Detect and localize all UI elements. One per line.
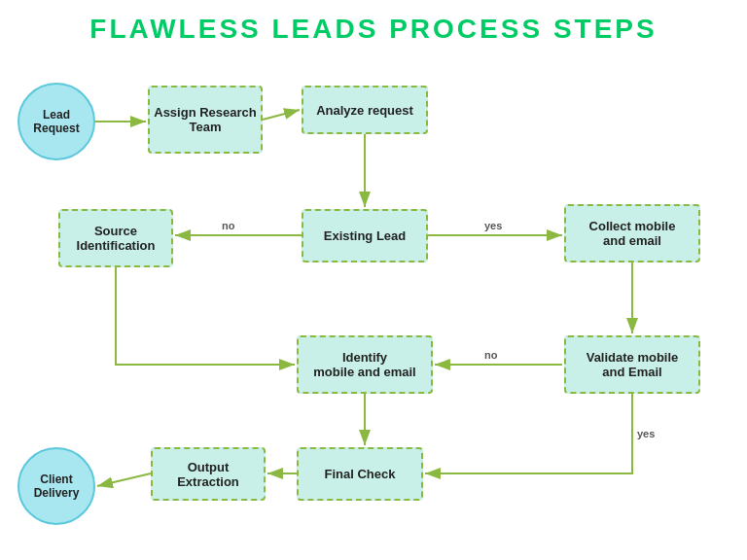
node-validate-mobile: Validate mobile and Email xyxy=(564,335,700,394)
node-analyze-request: Analyze request xyxy=(302,86,428,134)
diagram-container: FLAWLESS LEADS PROCESS STEPS Lead Reques… xyxy=(0,0,747,560)
node-output-extraction: Output Extraction xyxy=(151,447,266,501)
label-no2: no xyxy=(484,349,498,361)
node-collect-email: Collect mobile and email xyxy=(564,204,700,262)
node-client-delivery: Client Delivery xyxy=(18,447,95,525)
arrow-assign-to-analyze xyxy=(263,110,300,120)
label-yes2: yes xyxy=(637,428,655,439)
node-final-check: Final Check xyxy=(297,447,423,501)
node-lead-request: Lead Request xyxy=(18,83,95,160)
arrow-source-to-identify xyxy=(116,267,295,365)
arrow-output-to-client xyxy=(97,473,151,486)
label-yes1: yes xyxy=(484,220,502,231)
label-no1: no xyxy=(222,220,235,231)
node-existing-lead: Existing Lead xyxy=(302,209,428,262)
arrow-validate-to-finalcheck xyxy=(425,394,632,473)
node-assign-team: Assign Research Team xyxy=(148,86,263,154)
node-identify-mobile: Identify mobile and email xyxy=(297,335,433,394)
node-source-identification: Source Identification xyxy=(58,209,173,267)
page-title: FLAWLESS LEADS PROCESS STEPS xyxy=(0,0,747,45)
